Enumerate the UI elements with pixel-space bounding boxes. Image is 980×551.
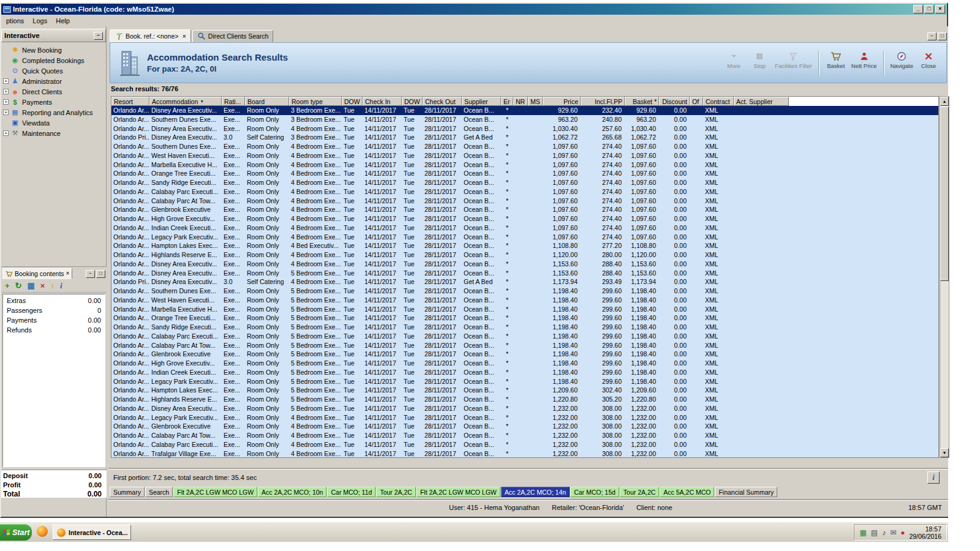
maximize-button[interactable]: □ [924,5,934,13]
booking-contents-restore-button[interactable]: □ [96,270,105,278]
sidebar-item-payments[interactable]: +$Payments [1,97,106,107]
column-header-room-type[interactable]: Room type [289,97,342,106]
table-row[interactable]: Orlando Ar...Sandy Ridge Executi...Exe..… [111,178,938,187]
column-header-er[interactable]: Er [501,97,513,106]
sidebar-item-maintenance[interactable]: +⚒Maintenance [1,128,106,138]
column-header-contract[interactable]: Contract [703,97,734,106]
filter-icon[interactable]: ▼ [200,99,204,103]
table-row[interactable]: Orlando Ar...Marbella Executive H...Exe.… [111,160,938,170]
bottom-tab-flt-2a-2c-lgw-mco-lgw[interactable]: Flt 2A,2C LGW MCO LGW [173,487,257,497]
tab-direct-clients-search[interactable]: Direct Clients Search [192,30,274,42]
sidebar-item-administrator[interactable]: +♟Administrator [1,76,106,86]
delete-icon[interactable]: × [40,281,45,290]
table-row[interactable]: Orlando Ar...High Grove Executiv...Exe..… [111,359,938,368]
scroll-down-icon[interactable]: ▼ [940,448,949,457]
table-row[interactable]: Orlando Ar...Disney Area Executiv...Exe.… [111,404,938,413]
table-row[interactable]: Orlando Pri...Disney Area Executiv...3.0… [111,133,938,142]
table-row[interactable]: Orlando Ar...Southern Dunes Exe...Exe...… [111,287,938,296]
menu-item-logs[interactable]: Logs [28,16,51,26]
volume-icon[interactable]: ♪ [882,529,886,536]
info-icon[interactable]: i [60,281,62,291]
column-header-accommodation[interactable]: Accommodation▼ [149,97,222,106]
table-row[interactable]: Orlando Ar...Legacy Park Executiv...Exe.… [111,233,938,242]
sidebar-collapse-button[interactable]: − [94,32,103,40]
sidebar-item-viewdata[interactable]: ▣Viewdata [1,118,106,128]
table-row[interactable]: Orlando Ar...Highlands Reserve E...Exe..… [111,250,938,260]
taskbar-task-button[interactable]: Interactive - Ocea... [53,525,131,540]
alert-icon[interactable]: ● [900,529,905,536]
quick-launch-app-icon[interactable] [37,526,48,537]
nett-price-button[interactable]: Nett Price [850,50,878,71]
bottom-tab-summary[interactable]: Summary [110,487,145,497]
table-row[interactable]: Orlando Ar...Trafalgar Village Exe...Exe… [111,449,938,459]
table-row[interactable]: Orlando Ar...Hampton Lakes Exec...Exe...… [111,386,938,395]
column-header-supplier[interactable]: Supplier [462,97,501,106]
table-row[interactable]: Orlando Ar...Orange Tree Executi...Exe..… [111,313,938,323]
bottom-tab-car-mco-15d[interactable]: Car MCO; 15d [570,487,619,497]
table-row[interactable]: Orlando Pri...Disney Area Executiv...3.0… [111,277,938,287]
expander-icon[interactable]: + [3,89,9,94]
info-button[interactable]: i [927,471,940,484]
basket-button[interactable]: Basket [824,50,848,71]
table-row[interactable]: Orlando Ar...Marbella Executive H...Exe.… [111,305,938,314]
sidebar-item-quick-quotes[interactable]: ⊙Quick Quotes [1,66,106,76]
mdi-minimize-button[interactable]: − [927,32,937,40]
tab-close-icon[interactable]: × [182,33,186,39]
table-row[interactable]: Orlando Ar...Highlands Reserve E...Exe..… [111,395,938,404]
bc-row-payments[interactable]: Payments0.00 [3,315,105,325]
bc-row-refunds[interactable]: Refunds0.00 [3,325,105,335]
table-row[interactable]: Orlando Ar...Disney Area Executiv...Exe.… [111,260,938,269]
close-button[interactable]: Close [917,50,940,71]
bottom-tab-acc-2a-2c-mco-10n[interactable]: Acc 2A,2C MCO; 10n [258,487,326,497]
expander-icon[interactable]: + [3,99,9,105]
vertical-scrollbar[interactable]: ▲ ▼ [940,96,949,458]
table-row[interactable]: Orlando Ar...Orange Tree Executi...Exe..… [111,169,938,178]
bc-row-passengers[interactable]: Passengers0 [3,305,105,315]
table-row[interactable]: Orlando Ar...West Haven Executi...Exe...… [111,151,938,160]
column-header-board[interactable]: Board [245,97,289,106]
stop-button[interactable]: Stop [748,50,771,71]
bottom-tab-flt-2a-2c-lgw-mco-lgw[interactable]: Flt 2A,2C LGW MCO LGW [417,487,500,497]
scroll-thumb[interactable] [940,107,949,281]
sidebar-item-completed-bookings[interactable]: ◉Completed Bookings [1,55,106,66]
bottom-tab-financial-summary[interactable]: Financial Summary [715,487,777,497]
table-row[interactable]: Orlando Ar...Legacy Park Executiv...Exe.… [111,377,938,386]
column-header-check-in[interactable]: Check In [363,97,402,106]
booking-contents-tab[interactable]: Booking contents × [2,268,72,279]
column-header-ms[interactable]: MS [528,97,543,106]
add-icon[interactable]: + [5,281,10,290]
table-row[interactable]: Orlando Ar...Disney Area Executiv...Exe.… [111,269,938,278]
sidebar-item-direct-clients[interactable]: +☻Direct Clients [1,86,106,97]
bottom-tab-acc-2a-2c-mco-14n[interactable]: Acc 2A,2C MCO; 14n [501,487,570,497]
table-row[interactable]: Orlando Ar...Calabay Parc At Tow...Exe..… [111,341,938,350]
bottom-tab-acc-5a-2c-mco[interactable]: Acc 5A,2C MCO [660,487,714,497]
bc-row-extras[interactable]: Extras0.00 [3,296,105,305]
bottom-tab-tour-2a-2c[interactable]: Tour 2A,2C [376,487,416,497]
scroll-up-icon[interactable]: ▲ [940,97,949,106]
column-header-act-supplier[interactable]: Act. Supplier [734,97,789,106]
sidebar-item-new-booking[interactable]: ✱New Booking [1,45,106,55]
expander-icon[interactable]: + [3,110,9,115]
facilities-filter-button[interactable]: Facilities Filter [774,50,813,71]
table-row[interactable]: Orlando Ar...Calabay Parc At Tow...Exe..… [111,197,938,206]
table-row[interactable]: Orlando Ar...West Haven Executi...Exe...… [111,296,938,305]
close-button[interactable]: × [935,5,945,13]
navigate-button[interactable]: Navigate [889,50,915,71]
printer-icon[interactable]: ▤ [871,529,878,536]
table-row[interactable]: Orlando Ar...Southern Dunes Exe...Exe...… [111,142,938,151]
bottom-tab-search[interactable]: Search [145,487,173,497]
expander-icon[interactable]: + [3,130,9,136]
column-header-resort[interactable]: Resort [111,97,149,106]
menu-item-help[interactable]: Help [51,16,74,26]
column-header-price[interactable]: Price [543,97,581,106]
table-row[interactable]: Orlando Ar...Southern Dunes Exe...Exe...… [111,115,938,124]
table-row[interactable]: Orlando Ar...Calabay Parc At Tow...Exe..… [111,431,938,440]
table-row[interactable]: Orlando Ar...Hampton Lakes Exec...Exe...… [111,241,938,250]
column-header-nr[interactable]: NR [513,97,528,106]
grid-icon[interactable]: ▦ [28,281,35,290]
table-row[interactable]: Orlando Ar...Calabay Parc Executi...Exe.… [111,440,938,449]
export-icon[interactable]: ↑ [50,281,55,290]
tab-book-ref-none[interactable]: Book. ref.: <none>× [110,29,191,42]
minimize-button[interactable]: _ [913,5,923,13]
table-row[interactable]: Orlando Ar...Glenbrook ExecutiveExe...Ro… [111,422,938,431]
